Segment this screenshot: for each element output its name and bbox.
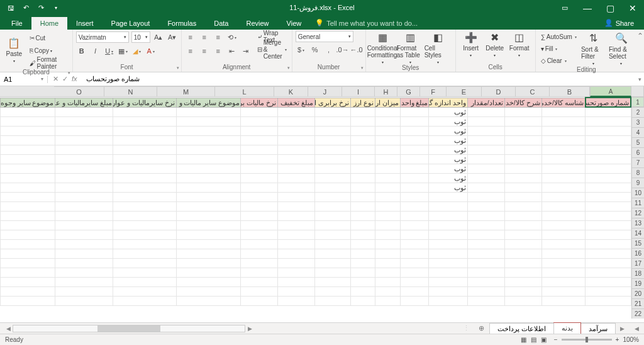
cell-F6[interactable] <box>400 145 429 154</box>
cell-E20[interactable] <box>429 277 467 286</box>
cell-G4[interactable] <box>375 126 400 135</box>
cell-H21[interactable] <box>350 286 375 296</box>
cell-A17[interactable] <box>586 249 631 258</box>
cell-A19[interactable] <box>586 268 631 277</box>
cell-O6[interactable] <box>1 145 55 154</box>
cell-J17[interactable] <box>278 249 315 258</box>
column-header-F[interactable]: F <box>420 86 447 97</box>
cell-D8[interactable] <box>467 164 504 173</box>
cell-D9[interactable] <box>467 173 504 183</box>
cell-J19[interactable] <box>278 268 315 277</box>
cell-B1[interactable]: شناسه کالا/خدمت <box>541 98 586 107</box>
cell-G12[interactable] <box>375 201 400 211</box>
align-middle-icon[interactable]: ≡ <box>199 31 210 43</box>
cell-J2[interactable] <box>278 107 315 116</box>
cell-N20[interactable] <box>55 277 113 286</box>
cell-N12[interactable] <box>55 201 113 211</box>
cell-B21[interactable] <box>541 286 586 296</box>
row-header-20[interactable]: 20 <box>631 288 644 298</box>
cell-C10[interactable] <box>504 183 541 192</box>
cell-O1[interactable]: موضوع سایر وجوه قانونی <box>1 98 55 107</box>
cell-L1[interactable]: موضوع سایر مالیات و عوارض <box>176 98 241 107</box>
select-all-corner[interactable] <box>631 86 644 97</box>
cell-F22[interactable] <box>400 296 429 305</box>
cell-E4[interactable]: ثوب <box>429 126 467 135</box>
cell-H22[interactable] <box>350 296 375 305</box>
sheet-tab-3[interactable]: اطلاعات پرداخت <box>489 323 554 334</box>
cell-B18[interactable] <box>541 258 586 268</box>
cell-M22[interactable] <box>113 296 176 305</box>
format-painter-button[interactable]: 🖌Format Painter <box>28 57 69 69</box>
column-header-A[interactable]: A <box>590 86 631 97</box>
merge-center-button[interactable]: ⊟Merge & Center <box>255 43 289 55</box>
cell-G22[interactable] <box>375 296 400 305</box>
font-color-button[interactable]: A <box>145 45 157 57</box>
cell-G20[interactable] <box>375 277 400 286</box>
tab-formulas[interactable]: Formulas <box>158 17 205 30</box>
cell-L21[interactable] <box>176 286 241 296</box>
column-header-G[interactable]: G <box>397 86 420 97</box>
cell-B4[interactable] <box>541 126 586 135</box>
increase-font-icon[interactable]: A▴ <box>153 31 164 43</box>
cell-B10[interactable] <box>541 183 586 192</box>
align-right-icon[interactable]: ≡ <box>213 45 224 57</box>
cell-N9[interactable] <box>55 173 113 183</box>
cell-G11[interactable] <box>375 192 400 201</box>
cell-F10[interactable] <box>400 183 429 192</box>
italic-button[interactable]: I <box>90 45 101 57</box>
cell-L20[interactable] <box>176 277 241 286</box>
cell-N11[interactable] <box>55 192 113 201</box>
cell-N10[interactable] <box>55 183 113 192</box>
column-header-J[interactable]: J <box>308 86 342 97</box>
cell-K1[interactable]: نرخ مالیات بر ارزش افزوده <box>241 98 278 107</box>
cell-H3[interactable] <box>350 116 375 126</box>
cell-H6[interactable] <box>350 145 375 154</box>
zoom-out-icon[interactable]: − <box>554 336 558 343</box>
cell-E1[interactable]: واحد اندازه گیری <box>429 98 467 107</box>
cell-C18[interactable] <box>504 258 541 268</box>
cell-I2[interactable] <box>315 107 351 116</box>
cell-F9[interactable] <box>400 173 429 183</box>
fill-button[interactable]: ▾Fill <box>539 43 579 54</box>
cell-I20[interactable] <box>315 277 351 286</box>
minimize-icon[interactable]: — <box>576 0 599 16</box>
cell-J14[interactable] <box>278 220 315 230</box>
cell-E3[interactable]: ثوب <box>429 116 467 126</box>
cell-C21[interactable] <box>504 286 541 296</box>
row-header-8[interactable]: 8 <box>631 167 644 178</box>
column-header-K[interactable]: K <box>274 86 308 97</box>
cell-K6[interactable] <box>241 145 278 154</box>
cell-B14[interactable] <box>541 220 586 230</box>
cell-J4[interactable] <box>278 126 315 135</box>
cell-J16[interactable] <box>278 239 315 249</box>
row-header-7[interactable]: 7 <box>631 157 644 167</box>
cell-G9[interactable] <box>375 173 400 183</box>
cell-G2[interactable] <box>375 107 400 116</box>
cell-A2[interactable] <box>586 107 631 116</box>
cell-F11[interactable] <box>400 192 429 201</box>
sheet-nav-next-icon[interactable]: ▶ <box>615 325 630 332</box>
cell-K4[interactable] <box>241 126 278 135</box>
decrease-font-icon[interactable]: A▾ <box>167 31 178 43</box>
cell-A21[interactable] <box>586 286 631 296</box>
cell-E12[interactable] <box>429 201 467 211</box>
bold-button[interactable]: B <box>76 45 87 57</box>
cell-K2[interactable] <box>241 107 278 116</box>
cell-A7[interactable] <box>586 154 631 164</box>
cell-G3[interactable] <box>375 116 400 126</box>
column-header-O[interactable]: O <box>54 86 104 97</box>
row-header-21[interactable]: 21 <box>631 298 644 308</box>
cell-D22[interactable] <box>467 296 504 305</box>
fx-icon[interactable]: fx <box>72 75 77 83</box>
cell-L11[interactable] <box>176 192 241 201</box>
cell-H7[interactable] <box>350 154 375 164</box>
cell-J6[interactable] <box>278 145 315 154</box>
cell-D6[interactable] <box>467 145 504 154</box>
cell-N2[interactable] <box>55 107 113 116</box>
cell-L13[interactable] <box>176 211 241 220</box>
maximize-icon[interactable]: ▢ <box>599 0 621 16</box>
cell-C17[interactable] <box>504 249 541 258</box>
cell-C14[interactable] <box>504 220 541 230</box>
cell-M9[interactable] <box>113 173 176 183</box>
tell-me-search[interactable]: 💡Tell me what you want to do... <box>310 16 423 30</box>
